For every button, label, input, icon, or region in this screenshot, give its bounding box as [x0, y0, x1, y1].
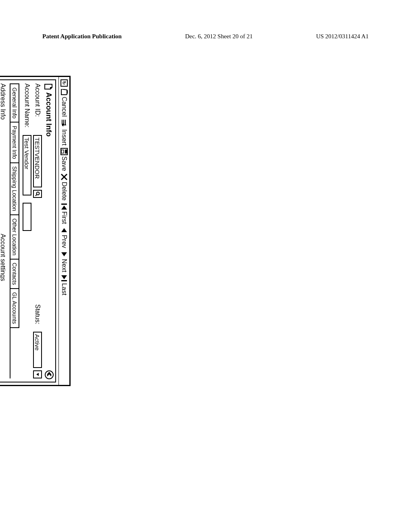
first-label: First: [60, 212, 68, 224]
account-name-label: Account Name:: [23, 83, 31, 132]
app-window: ↻ Cancel Insert Save Delete: [0, 76, 71, 386]
account-id-lookup-icon[interactable]: [33, 190, 42, 198]
status-dropdown-icon[interactable]: [33, 370, 42, 378]
tab-general-info[interactable]: General Info: [10, 83, 19, 123]
left-column: Address Info Address: Address Line City:…: [0, 83, 6, 228]
toolbar: ↻ Cancel Insert Save Delete: [58, 77, 69, 385]
last-icon: [60, 274, 68, 282]
cancel-label: Cancel: [60, 97, 68, 117]
right-column: Account settings Parent record Pay To Pa…: [0, 234, 6, 378]
svg-text:↻: ↻: [62, 81, 67, 85]
svg-rect-3: [63, 120, 64, 125]
delete-icon: [60, 173, 68, 181]
pub-number: US 2012/0311424 A1: [316, 33, 369, 40]
pub-label: Patent Application Publication: [42, 33, 122, 40]
prev-button[interactable]: Prev: [60, 227, 68, 248]
last-button[interactable]: Last: [60, 274, 68, 295]
prev-icon: [60, 227, 68, 234]
svg-rect-4: [62, 120, 63, 125]
first-button[interactable]: First: [60, 203, 68, 224]
next-icon: [60, 251, 68, 258]
tab-gl-accounts[interactable]: GL Accounts: [10, 288, 19, 328]
account-settings-title: Account settings: [0, 234, 6, 378]
account-id-label: Account ID:: [34, 83, 41, 132]
cancel-button[interactable]: Cancel: [60, 89, 68, 117]
status-field[interactable]: Active: [33, 332, 42, 368]
svg-rect-7: [61, 150, 64, 153]
svg-rect-2: [65, 120, 66, 125]
svg-line-11: [35, 195, 37, 196]
section-title-text: Account Info: [44, 92, 53, 137]
section-title: Account Info: [44, 83, 53, 378]
insert-icon: [60, 119, 68, 128]
last-label: Last: [60, 283, 68, 295]
figure-wrap: ↻ Cancel Insert Save Delete: [0, 76, 71, 386]
address-info-title: Address Info: [0, 83, 6, 228]
document-icon: [45, 83, 53, 90]
svg-rect-8: [61, 204, 67, 205]
pub-date-sheet: Dec. 6, 2012 Sheet 20 of 21: [185, 33, 252, 40]
save-label: Save: [60, 156, 68, 171]
cancel-icon: [60, 89, 68, 96]
refresh-icon[interactable]: ↻: [60, 79, 68, 87]
tab-panel-general: Address Info Address: Address Line City:…: [0, 83, 10, 378]
svg-point-10: [37, 192, 40, 195]
content-panel: Account Info Account ID: TESTVENDOR Stat…: [0, 79, 56, 382]
status-label: Status:: [34, 304, 41, 328]
save-icon: [60, 148, 68, 155]
tab-other-location[interactable]: Other Location: [10, 214, 19, 260]
page-header: Patent Application Publication Dec. 6, 2…: [42, 33, 369, 40]
tabstrip: General Info Payment Info Shipping Locat…: [10, 83, 19, 378]
account-id-field[interactable]: TESTVENDOR: [33, 135, 42, 187]
insert-button[interactable]: Insert: [60, 119, 68, 145]
prev-label: Prev: [60, 235, 68, 248]
insert-label: Insert: [60, 129, 68, 145]
delete-button[interactable]: Delete: [60, 173, 68, 200]
svg-rect-6: [65, 150, 67, 154]
collapse-icon[interactable]: [45, 370, 54, 379]
delete-label: Delete: [60, 182, 68, 200]
next-button[interactable]: Next: [60, 251, 68, 272]
first-icon: [60, 203, 68, 210]
tab-shipping-location[interactable]: Shipping Location: [10, 162, 19, 215]
svg-rect-9: [61, 280, 67, 281]
account-name-field[interactable]: Test Vendor: [23, 135, 31, 195]
tab-contacts[interactable]: Contacts: [10, 259, 19, 289]
save-button[interactable]: Save: [60, 148, 68, 171]
aux-field[interactable]: [23, 203, 31, 231]
next-label: Next: [60, 259, 68, 272]
tab-payment-info[interactable]: Payment Info: [10, 122, 19, 163]
